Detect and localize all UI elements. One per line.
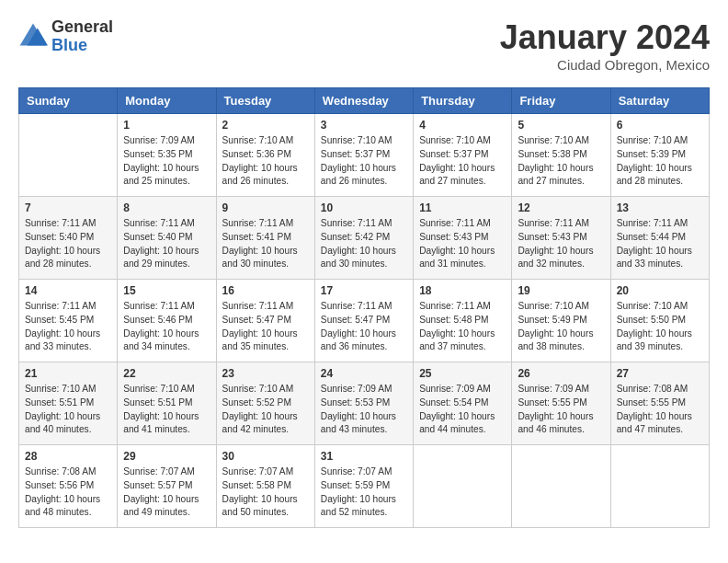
calendar-body: 1Sunrise: 7:09 AMSunset: 5:35 PMDaylight…: [19, 114, 710, 528]
calendar-cell: 19Sunrise: 7:10 AMSunset: 5:49 PMDayligh…: [512, 280, 610, 362]
day-info: Sunrise: 7:07 AMSunset: 5:58 PMDaylight:…: [222, 465, 309, 520]
day-number: 22: [123, 367, 210, 380]
logo-blue: Blue: [51, 37, 113, 55]
day-number: 14: [25, 284, 111, 297]
week-row-1: 1Sunrise: 7:09 AMSunset: 5:35 PMDaylight…: [19, 114, 710, 197]
day-info: Sunrise: 7:10 AMSunset: 5:37 PMDaylight:…: [419, 134, 506, 189]
day-number: 29: [123, 450, 210, 463]
calendar-cell: 12Sunrise: 7:11 AMSunset: 5:43 PMDayligh…: [512, 197, 610, 280]
day-info: Sunrise: 7:10 AMSunset: 5:51 PMDaylight:…: [123, 383, 210, 437]
calendar-cell: [610, 445, 709, 528]
day-header-monday: Monday: [118, 88, 216, 114]
calendar-cell: 15Sunrise: 7:11 AMSunset: 5:46 PMDayligh…: [118, 280, 216, 362]
month-title: January 2024: [500, 18, 710, 57]
day-number: 11: [419, 201, 506, 214]
logo-icon: [18, 22, 48, 52]
calendar-cell: 9Sunrise: 7:11 AMSunset: 5:41 PMDaylight…: [216, 197, 314, 280]
day-number: 8: [123, 201, 210, 214]
calendar-cell: 30Sunrise: 7:07 AMSunset: 5:58 PMDayligh…: [216, 445, 314, 528]
calendar-cell: 7Sunrise: 7:11 AMSunset: 5:40 PMDaylight…: [19, 197, 118, 280]
week-row-2: 7Sunrise: 7:11 AMSunset: 5:40 PMDaylight…: [19, 197, 710, 280]
day-info: Sunrise: 7:10 AMSunset: 5:50 PMDaylight:…: [617, 300, 703, 354]
day-info: Sunrise: 7:11 AMSunset: 5:47 PMDaylight:…: [321, 300, 407, 354]
calendar-cell: 5Sunrise: 7:10 AMSunset: 5:38 PMDaylight…: [512, 114, 610, 197]
day-info: Sunrise: 7:10 AMSunset: 5:37 PMDaylight:…: [321, 134, 407, 189]
day-info: Sunrise: 7:09 AMSunset: 5:54 PMDaylight:…: [419, 383, 506, 437]
day-info: Sunrise: 7:11 AMSunset: 5:43 PMDaylight:…: [419, 217, 506, 271]
day-info: Sunrise: 7:10 AMSunset: 5:52 PMDaylight:…: [222, 383, 309, 437]
day-info: Sunrise: 7:11 AMSunset: 5:45 PMDaylight:…: [25, 300, 111, 354]
day-number: 10: [321, 201, 407, 214]
calendar-cell: 25Sunrise: 7:09 AMSunset: 5:54 PMDayligh…: [414, 362, 512, 445]
calendar-cell: 26Sunrise: 7:09 AMSunset: 5:55 PMDayligh…: [512, 362, 610, 445]
day-number: 2: [222, 119, 309, 132]
day-info: Sunrise: 7:10 AMSunset: 5:39 PMDaylight:…: [617, 134, 703, 189]
calendar-cell: 18Sunrise: 7:11 AMSunset: 5:48 PMDayligh…: [414, 280, 512, 362]
calendar-cell: 31Sunrise: 7:07 AMSunset: 5:59 PMDayligh…: [314, 445, 413, 528]
day-info: Sunrise: 7:11 AMSunset: 5:44 PMDaylight:…: [617, 217, 703, 271]
calendar-cell: 14Sunrise: 7:11 AMSunset: 5:45 PMDayligh…: [19, 280, 118, 362]
calendar-cell: 4Sunrise: 7:10 AMSunset: 5:37 PMDaylight…: [414, 114, 512, 197]
calendar-cell: 8Sunrise: 7:11 AMSunset: 5:40 PMDaylight…: [118, 197, 216, 280]
day-info: Sunrise: 7:11 AMSunset: 5:48 PMDaylight:…: [419, 300, 506, 354]
calendar-cell: 20Sunrise: 7:10 AMSunset: 5:50 PMDayligh…: [610, 280, 709, 362]
day-number: 5: [518, 119, 604, 132]
day-info: Sunrise: 7:11 AMSunset: 5:41 PMDaylight:…: [222, 217, 309, 271]
calendar-cell: 6Sunrise: 7:10 AMSunset: 5:39 PMDaylight…: [610, 114, 709, 197]
calendar-cell: 22Sunrise: 7:10 AMSunset: 5:51 PMDayligh…: [118, 362, 216, 445]
day-info: Sunrise: 7:09 AMSunset: 5:55 PMDaylight:…: [518, 383, 604, 437]
day-number: 12: [518, 201, 604, 214]
calendar-cell: 27Sunrise: 7:08 AMSunset: 5:55 PMDayligh…: [610, 362, 709, 445]
day-header-sunday: Sunday: [19, 88, 118, 114]
day-number: 17: [321, 284, 407, 297]
calendar-cell: 13Sunrise: 7:11 AMSunset: 5:44 PMDayligh…: [610, 197, 709, 280]
week-row-5: 28Sunrise: 7:08 AMSunset: 5:56 PMDayligh…: [19, 445, 710, 528]
day-number: 4: [419, 119, 506, 132]
day-number: 19: [518, 284, 604, 297]
calendar-cell: 23Sunrise: 7:10 AMSunset: 5:52 PMDayligh…: [216, 362, 314, 445]
day-info: Sunrise: 7:11 AMSunset: 5:46 PMDaylight:…: [123, 300, 210, 354]
day-number: 3: [321, 119, 407, 132]
calendar-cell: [414, 445, 512, 528]
calendar-cell: 29Sunrise: 7:07 AMSunset: 5:57 PMDayligh…: [118, 445, 216, 528]
calendar-cell: 16Sunrise: 7:11 AMSunset: 5:47 PMDayligh…: [216, 280, 314, 362]
day-header-friday: Friday: [512, 88, 610, 114]
day-number: 23: [222, 367, 309, 380]
day-number: 7: [25, 201, 111, 214]
calendar-header: SundayMondayTuesdayWednesdayThursdayFrid…: [19, 88, 710, 114]
day-number: 28: [25, 450, 111, 463]
day-number: 6: [617, 119, 703, 132]
calendar-cell: 10Sunrise: 7:11 AMSunset: 5:42 PMDayligh…: [314, 197, 413, 280]
calendar-cell: 24Sunrise: 7:09 AMSunset: 5:53 PMDayligh…: [314, 362, 413, 445]
day-info: Sunrise: 7:10 AMSunset: 5:38 PMDaylight:…: [518, 134, 604, 189]
day-info: Sunrise: 7:11 AMSunset: 5:40 PMDaylight:…: [25, 217, 111, 271]
calendar-cell: 2Sunrise: 7:10 AMSunset: 5:36 PMDaylight…: [216, 114, 314, 197]
title-block: January 2024 Ciudad Obregon, Mexico: [500, 18, 710, 73]
day-number: 25: [419, 367, 506, 380]
day-info: Sunrise: 7:10 AMSunset: 5:51 PMDaylight:…: [25, 383, 111, 437]
day-info: Sunrise: 7:11 AMSunset: 5:40 PMDaylight:…: [123, 217, 210, 271]
day-info: Sunrise: 7:09 AMSunset: 5:53 PMDaylight:…: [321, 383, 407, 437]
week-row-4: 21Sunrise: 7:10 AMSunset: 5:51 PMDayligh…: [19, 362, 710, 445]
day-number: 20: [617, 284, 703, 297]
day-header-saturday: Saturday: [610, 88, 709, 114]
day-info: Sunrise: 7:09 AMSunset: 5:35 PMDaylight:…: [123, 134, 210, 189]
day-number: 15: [123, 284, 210, 297]
day-number: 31: [321, 450, 407, 463]
logo: General Blue: [18, 18, 113, 55]
day-number: 16: [222, 284, 309, 297]
day-number: 30: [222, 450, 309, 463]
day-info: Sunrise: 7:07 AMSunset: 5:57 PMDaylight:…: [123, 465, 210, 520]
day-info: Sunrise: 7:07 AMSunset: 5:59 PMDaylight:…: [321, 465, 407, 520]
day-info: Sunrise: 7:08 AMSunset: 5:56 PMDaylight:…: [25, 465, 111, 520]
page-header: General Blue January 2024 Ciudad Obregon…: [18, 18, 710, 73]
day-info: Sunrise: 7:10 AMSunset: 5:49 PMDaylight:…: [518, 300, 604, 354]
day-info: Sunrise: 7:11 AMSunset: 5:47 PMDaylight:…: [222, 300, 309, 354]
day-info: Sunrise: 7:11 AMSunset: 5:42 PMDaylight:…: [321, 217, 407, 271]
calendar-cell: [19, 114, 118, 197]
day-info: Sunrise: 7:10 AMSunset: 5:36 PMDaylight:…: [222, 134, 309, 189]
week-row-3: 14Sunrise: 7:11 AMSunset: 5:45 PMDayligh…: [19, 280, 710, 362]
calendar-cell: 17Sunrise: 7:11 AMSunset: 5:47 PMDayligh…: [314, 280, 413, 362]
day-number: 1: [123, 119, 210, 132]
calendar-cell: [512, 445, 610, 528]
